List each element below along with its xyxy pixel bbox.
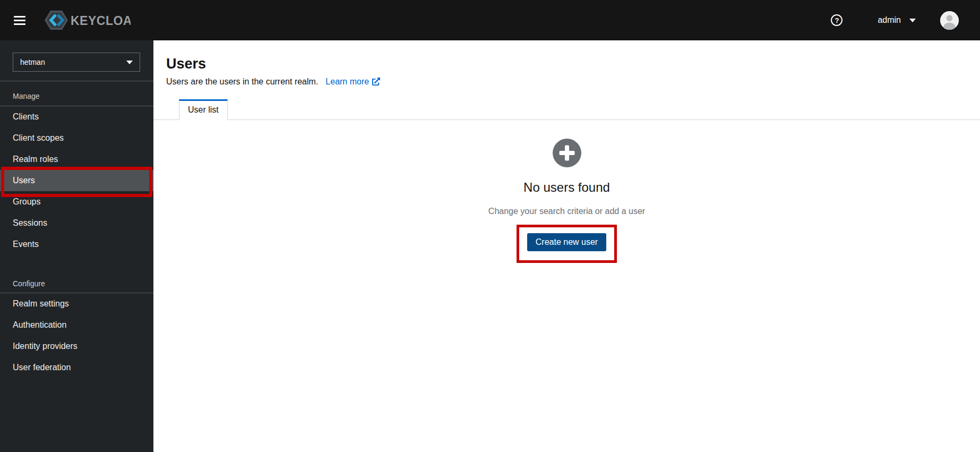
- keycloak-logo-icon: KEYCLOAK: [41, 10, 131, 31]
- sidebar-item-sessions[interactable]: Sessions: [0, 212, 153, 234]
- empty-state-title: No users found: [523, 180, 610, 195]
- tab-user-list[interactable]: User list: [179, 99, 228, 120]
- nav-section-configure: Configure: [0, 255, 153, 293]
- main-content: Users Users are the users in the current…: [153, 40, 980, 452]
- plus-circle-icon: [553, 139, 581, 167]
- learn-more-link[interactable]: Learn more: [325, 77, 380, 87]
- sidebar-item-user-federation[interactable]: User federation: [0, 357, 153, 378]
- sidebar-item-authentication[interactable]: Authentication: [0, 314, 153, 336]
- keycloak-logo[interactable]: KEYCLOAK: [41, 10, 131, 31]
- realm-selector[interactable]: hetman: [13, 53, 140, 72]
- sidebar-item-users[interactable]: Users: [0, 170, 153, 191]
- masthead: KEYCLOAK ? admin: [0, 0, 980, 40]
- sidebar-item-events[interactable]: Events: [0, 234, 153, 255]
- empty-state-description: Change your search criteria or add a use…: [488, 207, 645, 216]
- page-title: Users: [166, 56, 967, 72]
- create-new-user-button[interactable]: Create new user: [527, 233, 606, 251]
- learn-more-label: Learn more: [325, 77, 369, 87]
- sidebar-item-realm-settings[interactable]: Realm settings: [0, 293, 153, 314]
- page-header: Users Users are the users in the current…: [153, 40, 980, 87]
- hamburger-menu-icon[interactable]: [14, 16, 25, 25]
- sidebar-item-clients[interactable]: Clients: [0, 106, 153, 127]
- page-subtitle: Users are the users in the current realm…: [166, 77, 318, 87]
- realm-selector-value: hetman: [20, 58, 45, 66]
- chevron-down-icon: [126, 61, 133, 64]
- sidebar-item-groups[interactable]: Groups: [0, 191, 153, 212]
- sidebar-item-identity-providers[interactable]: Identity providers: [0, 336, 153, 357]
- sidebar: hetman Manage Clients Client scopes Real…: [0, 40, 153, 452]
- tab-bar: User list: [153, 99, 980, 120]
- person-icon: [940, 11, 959, 30]
- external-link-icon: [372, 78, 380, 86]
- help-glyph: ?: [835, 16, 839, 24]
- chevron-down-icon: [909, 19, 916, 22]
- user-dropdown[interactable]: admin: [878, 15, 916, 25]
- nav-section-manage: Manage: [0, 81, 153, 106]
- help-icon[interactable]: ?: [831, 14, 843, 26]
- empty-state: No users found Change your search criter…: [153, 139, 980, 263]
- sidebar-item-client-scopes[interactable]: Client scopes: [0, 127, 153, 149]
- red-annotation-create-button: Create new user: [517, 225, 617, 263]
- username-label: admin: [878, 15, 901, 25]
- avatar[interactable]: [940, 11, 959, 30]
- sidebar-item-realm-roles[interactable]: Realm roles: [0, 149, 153, 170]
- keycloak-wordmark: KEYCLOAK: [71, 14, 131, 28]
